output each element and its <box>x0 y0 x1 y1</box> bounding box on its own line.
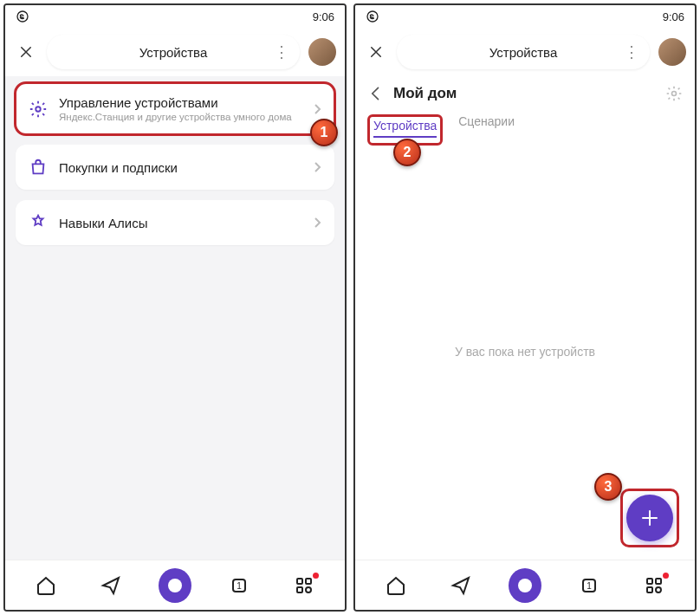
more-icon[interactable]: ⋮ <box>624 42 638 62</box>
nav-home[interactable] <box>29 569 62 602</box>
nav-tabs[interactable]: 1 <box>573 569 606 602</box>
card-title: Покупки и подписки <box>59 160 303 175</box>
avatar[interactable] <box>308 38 336 66</box>
svg-rect-5 <box>306 579 311 584</box>
card-alice-skills[interactable]: Навыки Алисы <box>16 200 334 245</box>
highlight-box <box>620 489 679 547</box>
step-badge-3: 3 <box>594 473 622 501</box>
svg-point-8 <box>367 11 378 22</box>
page-title: Мой дом <box>393 85 657 102</box>
nav-alice[interactable] <box>509 569 541 602</box>
chevron-right-icon <box>314 217 322 229</box>
svg-rect-14 <box>647 587 652 592</box>
settings-button[interactable] <box>665 85 683 102</box>
bottom-nav: 1 <box>5 560 345 610</box>
step-badge-1: 1 <box>310 119 338 146</box>
close-button[interactable] <box>364 40 388 64</box>
whatsapp-icon <box>366 10 379 23</box>
chevron-right-icon <box>314 161 322 173</box>
header: Устройства ⋮ <box>5 28 345 76</box>
card-title: Управление устройствами <box>59 95 303 110</box>
svg-rect-13 <box>656 579 661 584</box>
screen-2: 9:06 Устройства ⋮ Мой дом Устройства Сце… <box>353 3 697 612</box>
card-subtitle: Яндекс.Станция и другие устройства умног… <box>59 112 303 122</box>
svg-text:1: 1 <box>587 581 593 591</box>
tabs: Устройства Сценарии 2 <box>367 114 683 144</box>
status-bar: 9:06 <box>355 5 695 28</box>
notification-dot <box>313 573 319 579</box>
whatsapp-icon <box>16 10 29 23</box>
svg-point-15 <box>656 587 661 592</box>
card-title: Навыки Алисы <box>59 216 303 230</box>
svg-rect-6 <box>297 587 302 592</box>
svg-text:1: 1 <box>237 581 243 591</box>
skills-icon <box>28 212 49 233</box>
alice-icon <box>159 568 191 603</box>
step-badge-2: 2 <box>393 139 421 166</box>
nav-home[interactable] <box>379 569 412 602</box>
nav-services[interactable] <box>288 569 321 602</box>
nav-alice[interactable] <box>159 569 191 602</box>
close-button[interactable] <box>14 40 38 64</box>
status-bar: 9:06 <box>5 5 345 28</box>
content-area: Управление устройствами Яндекс.Станция и… <box>5 76 345 560</box>
nav-send[interactable] <box>94 569 127 602</box>
empty-text: У вас пока нет устройств <box>455 345 595 359</box>
svg-rect-4 <box>297 579 302 584</box>
header: Устройства ⋮ <box>355 28 695 76</box>
notification-dot <box>663 573 669 579</box>
card-manage-devices[interactable]: Управление устройствами Яндекс.Станция и… <box>16 83 334 134</box>
card-purchases[interactable]: Покупки и подписки <box>16 145 334 190</box>
bag-icon <box>28 157 49 178</box>
alice-icon <box>509 568 541 603</box>
nav-send[interactable] <box>444 569 477 602</box>
avatar[interactable] <box>658 38 686 66</box>
tab-devices[interactable]: Устройства <box>373 119 437 138</box>
screen-1: 9:06 Устройства ⋮ Управление устройствам… <box>3 3 347 612</box>
subheader: Мой дом Устройства Сценарии 2 <box>355 76 695 144</box>
svg-point-7 <box>306 587 311 592</box>
header-pill[interactable]: Устройства ⋮ <box>397 35 650 69</box>
header-title: Устройства <box>139 45 207 60</box>
header-title: Устройства <box>489 45 557 60</box>
bottom-nav: 1 <box>355 560 695 610</box>
svg-point-1 <box>36 107 41 112</box>
add-device-button[interactable] <box>626 495 673 541</box>
nav-tabs[interactable]: 1 <box>223 569 256 602</box>
svg-point-0 <box>17 11 28 22</box>
header-pill[interactable]: Устройства ⋮ <box>47 35 300 69</box>
gear-icon <box>28 99 49 120</box>
svg-rect-12 <box>647 579 652 584</box>
fab-container: 3 <box>620 489 679 547</box>
clock: 9:06 <box>313 10 334 23</box>
back-button[interactable] <box>367 85 385 102</box>
chevron-right-icon <box>314 103 322 115</box>
more-icon[interactable]: ⋮ <box>274 42 288 62</box>
nav-services[interactable] <box>638 569 671 602</box>
tab-scenarios[interactable]: Сценарии <box>458 114 515 144</box>
svg-point-9 <box>672 92 677 96</box>
clock: 9:06 <box>663 10 684 23</box>
